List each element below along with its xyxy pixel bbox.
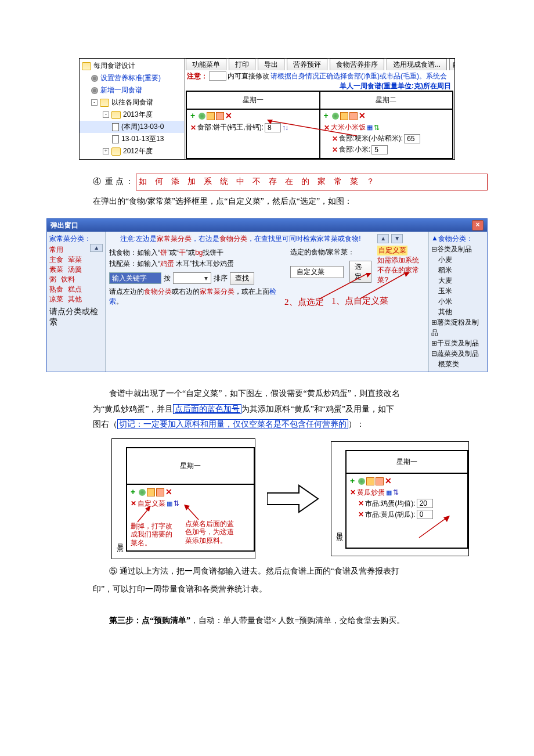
custom-dish-row[interactable]: ✕ 自定义菜 ▦ ⇅ [131,499,250,509]
chevron-up-icon[interactable]: ▲ [377,234,389,243]
food-cat-item[interactable]: 根菜类 [431,359,485,369]
confirm-button[interactable]: 选定 [349,261,371,283]
food-cat-item[interactable]: 小麦 [431,254,485,265]
sort-button[interactable]: 食物营养排序 [330,59,384,70]
ingredient-value-input[interactable]: 65 [404,134,420,143]
gear-icon[interactable] [358,478,365,485]
ingredient-row[interactable]: ✕ 市品:黄瓜(胡瓜): 0 [350,510,464,520]
paste-icon[interactable] [349,112,358,120]
category-row[interactable]: 粥饮料 [49,275,103,285]
sort-arrows-icon[interactable]: ⇅ [374,124,379,132]
auto-button[interactable]: 自 [449,59,454,70]
chevron-down-icon[interactable]: ▼ [391,234,403,243]
remove-row-icon[interactable]: ✕ [332,146,338,154]
sort-arrows-icon[interactable]: ↑↓ [282,124,288,132]
dish-plus-icon[interactable]: ▦ [367,124,373,131]
paste-icon[interactable] [156,488,164,496]
remove-row-icon[interactable]: ✕ [332,135,338,143]
tree-item-2012[interactable]: + 2012年度 [80,145,184,157]
use-existing-button[interactable]: 选用现成食谱... [387,59,447,70]
delete-icon[interactable]: ✕ [225,113,232,120]
print-button[interactable]: 打印 [229,59,255,70]
food-cat-item[interactable]: 大麦 [431,275,485,286]
tree-item-week-jan[interactable]: 13-01-13至13 [80,133,184,145]
tree-item-add[interactable]: 新增一周食谱 [80,84,184,96]
ingredient-value-input[interactable]: 20 [417,499,433,508]
sort-arrows-icon[interactable]: ⇅ [174,499,179,507]
paste-icon[interactable] [376,477,384,485]
food-row[interactable]: ✕ 食部:饼干(钙王,骨钙): 8 ↑↓ [190,123,316,132]
category-row[interactable]: 主食荤菜 [49,255,103,265]
right-panel-head: ▲ 食物分类： [431,234,485,244]
gear-icon[interactable] [139,489,146,496]
tree-item-past[interactable]: - 以往各周食谱 [80,96,184,109]
dish-plus-icon[interactable]: ▦ [386,489,392,496]
delete-icon[interactable]: ✕ [359,113,366,120]
tree-2013-label: 2013年度 [123,110,153,120]
copy-icon[interactable] [366,477,374,485]
export-button[interactable]: 导出 [258,59,284,70]
paste-icon[interactable] [216,112,224,120]
plus-icon[interactable]: + [131,489,138,496]
remove-row-icon[interactable]: ✕ [324,124,330,132]
ingredient-value-input[interactable]: 5 [371,145,388,154]
tree-root[interactable]: 每周食谱设计 [80,60,184,72]
plus-icon[interactable]: + [324,113,331,120]
dish-plus-icon[interactable]: ▦ [167,500,172,507]
menu-button[interactable]: 功能菜单 [186,59,226,70]
food-cat-item[interactable]: 其他 [431,307,485,317]
dish-row[interactable]: ✕ 黄瓜炒蛋 ▦ ⇅ [350,488,464,498]
preview-button[interactable]: 营养预评 [287,59,327,70]
ingredient-row[interactable]: ✕ 食部:粳米(小站稻米): 65 [324,134,449,143]
gear-icon[interactable] [332,113,339,120]
close-icon[interactable]: × [472,220,484,231]
custom-dish-name[interactable]: 自定义菜 [138,499,165,509]
tree-item-settings[interactable]: 设置营养标准(重要) [80,72,184,84]
selected-food-box[interactable]: 自定义菜 [290,266,344,278]
remove-row-icon[interactable]: ✕ [131,499,136,507]
chevron-up-icon[interactable]: ▲ [431,234,438,242]
sort-arrows-icon[interactable]: ⇅ [393,488,398,496]
tree-item-2011[interactable]: + 2011年度 [80,157,184,159]
search-button[interactable]: 查找 [230,272,254,285]
category-row[interactable]: 熟食糕点 [49,285,103,294]
food-cat-item[interactable]: 稻米 [431,265,485,275]
food-cat-item[interactable]: ⊟蔬菜类及制品 [431,348,485,359]
food-cat-item[interactable]: ⊞薯类淀粉及制品 [431,317,485,338]
copy-icon[interactable] [147,488,155,496]
category-row[interactable]: 凉菜其他 [49,294,103,304]
tree-item-week-current[interactable]: (本周)13-03-0 [80,121,184,133]
category-row[interactable]: 素菜汤羹 [49,265,103,275]
food-cat-item[interactable]: 小米 [431,296,485,307]
tree-item-2013[interactable]: - 2013年度 [80,109,184,121]
custom-dish-link[interactable]: 自定义菜 [377,246,407,255]
dish-row[interactable]: ✕ 大米小米饭 ▦ ⇅ [324,123,449,132]
food-cat-item[interactable]: ⊞干豆类及制品 [431,338,485,348]
remove-row-icon[interactable]: ✕ [358,499,364,507]
ingredient-row[interactable]: ✕ 食部:小米: 5 [324,145,449,154]
plus-icon[interactable]: + [190,113,197,120]
category-row[interactable]: 常用 [49,245,90,255]
ingredient-value-input[interactable]: 0 [417,510,433,519]
remove-row-icon[interactable]: ✕ [358,510,364,519]
annotation-add-ingredient: 点菜名后面的蓝色加号，为这道菜添加原料。 [185,520,239,545]
search-input[interactable] [109,272,161,284]
copy-icon[interactable] [340,112,348,120]
gear-icon[interactable] [199,113,205,120]
food-cat-item[interactable]: ⊟谷类及制品 [431,244,485,254]
collapse-icon[interactable]: - [91,99,98,106]
remove-row-icon[interactable]: ✕ [190,124,196,132]
expand-icon[interactable]: + [103,148,109,154]
ingredient-row[interactable]: ✕ 市品:鸡蛋(均值): 20 [350,499,464,509]
food-cat-item[interactable]: 玉米 [431,286,485,296]
sort-dropdown[interactable]: ▾ [173,272,211,284]
food-value-input[interactable]: 8 [265,123,281,132]
delete-icon[interactable]: ✕ [165,489,172,496]
plus-icon[interactable]: + [350,478,357,485]
delete-icon[interactable]: ✕ [385,478,392,485]
collapse-icon[interactable]: - [103,111,109,118]
copy-icon[interactable] [207,112,215,120]
remove-row-icon[interactable]: ✕ [350,488,356,496]
chevron-up-icon[interactable]: ▲ [90,244,103,252]
food-category-panel-right: ▲ 食物分类： ⊟谷类及制品 小麦 稻米 大麦 玉米 小米 其他 ⊞薯类淀粉及制… [428,232,487,372]
